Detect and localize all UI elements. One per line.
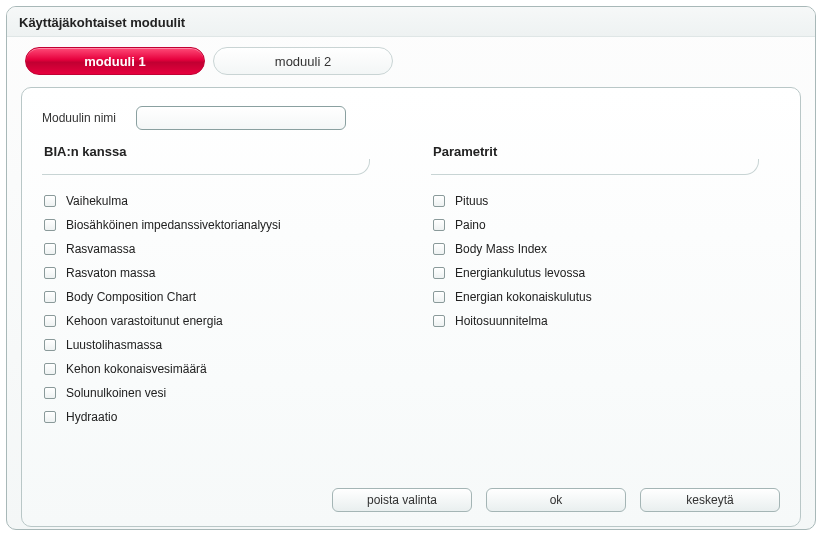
checkbox[interactable]	[44, 195, 56, 207]
ok-button[interactable]: ok	[486, 488, 626, 512]
checkbox-label: Energian kokonaiskulutus	[455, 290, 592, 304]
right-column-separator	[431, 159, 759, 175]
list-item: Rasvaton massa	[42, 261, 391, 285]
checkbox-label: Solunulkoinen vesi	[66, 386, 166, 400]
checkbox-label: Body Mass Index	[455, 242, 547, 256]
tab-module-2[interactable]: moduuli 2	[213, 47, 393, 75]
left-column-separator	[42, 159, 370, 175]
checkbox[interactable]	[433, 219, 445, 231]
tab-module-1[interactable]: moduuli 1	[25, 47, 205, 75]
checkbox-label: Rasvamassa	[66, 242, 135, 256]
list-item: Biosähköinen impedanssivektorianalyysi	[42, 213, 391, 237]
clear-selection-button[interactable]: poista valinta	[332, 488, 472, 512]
checkbox[interactable]	[44, 243, 56, 255]
tabs-row: moduuli 1 moduuli 2	[7, 37, 815, 75]
checkbox-label: Pituus	[455, 194, 488, 208]
list-item: Body Composition Chart	[42, 285, 391, 309]
right-column: Parametrit PituusPainoBody Mass IndexEne…	[431, 144, 780, 429]
checkbox-label: Hydraatio	[66, 410, 117, 424]
checkbox-label: Energiankulutus levossa	[455, 266, 585, 280]
checkbox[interactable]	[44, 291, 56, 303]
checkbox-label: Vaihekulma	[66, 194, 128, 208]
dialog: Käyttäjäkohtaiset moduulit moduuli 1 mod…	[6, 6, 816, 530]
checkbox[interactable]	[433, 267, 445, 279]
list-item: Vaihekulma	[42, 189, 391, 213]
checkbox[interactable]	[44, 363, 56, 375]
cancel-button[interactable]: keskeytä	[640, 488, 780, 512]
checkbox[interactable]	[44, 339, 56, 351]
list-item: Pituus	[431, 189, 780, 213]
button-row: poista valinta ok keskeytä	[332, 488, 780, 512]
list-item: Energiankulutus levossa	[431, 261, 780, 285]
list-item: Solunulkoinen vesi	[42, 381, 391, 405]
checkbox-label: Biosähköinen impedanssivektorianalyysi	[66, 218, 281, 232]
left-column: BIA:n kanssa VaihekulmaBiosähköinen impe…	[42, 144, 391, 429]
right-column-header: Parametrit	[431, 144, 780, 159]
dialog-title: Käyttäjäkohtaiset moduulit	[7, 7, 815, 37]
checkbox-label: Kehoon varastoitunut energia	[66, 314, 223, 328]
list-item: Kehon kokonaisvesimäärä	[42, 357, 391, 381]
checkbox[interactable]	[433, 243, 445, 255]
list-item: Kehoon varastoitunut energia	[42, 309, 391, 333]
checkbox[interactable]	[433, 315, 445, 327]
checkbox-label: Kehon kokonaisvesimäärä	[66, 362, 207, 376]
checkbox[interactable]	[44, 411, 56, 423]
module-name-label: Moduulin nimi	[42, 111, 116, 125]
left-column-header: BIA:n kanssa	[42, 144, 391, 159]
list-item: Rasvamassa	[42, 237, 391, 261]
checkbox-label: Luustolihasmassa	[66, 338, 162, 352]
module-name-input[interactable]	[136, 106, 346, 130]
list-item: Luustolihasmassa	[42, 333, 391, 357]
right-checkbox-list: PituusPainoBody Mass IndexEnergiankulutu…	[431, 189, 780, 333]
checkbox[interactable]	[433, 291, 445, 303]
checkbox[interactable]	[44, 315, 56, 327]
list-item: Body Mass Index	[431, 237, 780, 261]
list-item: Energian kokonaiskulutus	[431, 285, 780, 309]
checkbox[interactable]	[44, 219, 56, 231]
list-item: Hydraatio	[42, 405, 391, 429]
module-name-row: Moduulin nimi	[42, 106, 780, 130]
checkbox-label: Body Composition Chart	[66, 290, 196, 304]
list-item: Hoitosuunnitelma	[431, 309, 780, 333]
checkbox-label: Paino	[455, 218, 486, 232]
panel: Moduulin nimi BIA:n kanssa VaihekulmaBio…	[21, 87, 801, 527]
checkbox[interactable]	[433, 195, 445, 207]
columns: BIA:n kanssa VaihekulmaBiosähköinen impe…	[42, 144, 780, 429]
checkbox-label: Rasvaton massa	[66, 266, 155, 280]
checkbox-label: Hoitosuunnitelma	[455, 314, 548, 328]
checkbox[interactable]	[44, 267, 56, 279]
left-checkbox-list: VaihekulmaBiosähköinen impedanssivektori…	[42, 189, 391, 429]
checkbox[interactable]	[44, 387, 56, 399]
list-item: Paino	[431, 213, 780, 237]
